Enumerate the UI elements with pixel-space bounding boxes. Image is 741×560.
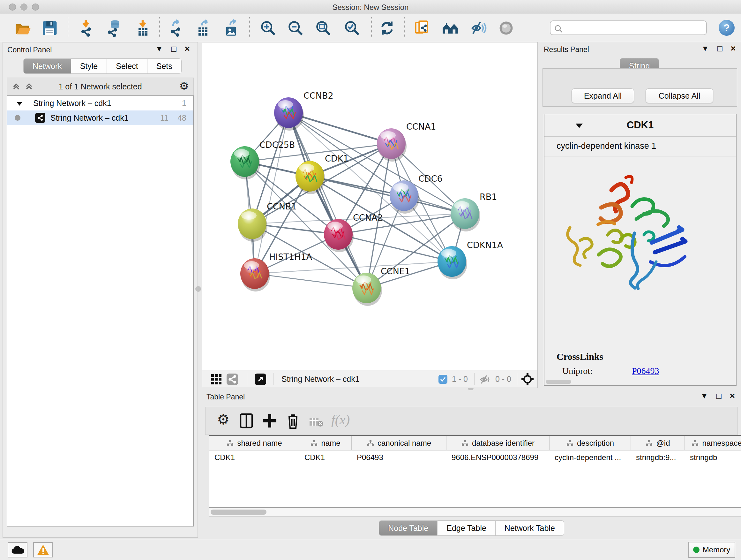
- network-node-CDC6[interactable]: CDC6: [390, 174, 443, 213]
- network-birdseye-icon[interactable]: [226, 374, 238, 385]
- close-panel-icon[interactable]: ×: [185, 45, 190, 53]
- network-node-CCNB1[interactable]: CCNB1: [238, 201, 297, 242]
- gray-lens-button[interactable]: [497, 19, 515, 37]
- left-splitter-handle[interactable]: [195, 286, 201, 292]
- double-house-icon: [441, 19, 459, 37]
- table-panel: Table Panel ▼ □ × ⚙ f(x) shared namename…: [202, 390, 741, 538]
- column-header-shared-name[interactable]: shared name: [209, 436, 299, 450]
- scrollbar-thumb[interactable]: [211, 509, 266, 515]
- table-options-gear-icon[interactable]: ⚙: [217, 414, 229, 425]
- network-row-selected[interactable]: String Network – cdk1 11 48: [7, 111, 193, 125]
- fit-selected-crosshair-icon[interactable]: [521, 373, 534, 386]
- network-options-gear-icon[interactable]: ⚙: [179, 80, 189, 91]
- crosslink-link[interactable]: P06493: [632, 384, 659, 386]
- main-toolbar: ?: [0, 14, 741, 42]
- edge-CCNB2-CCNA1[interactable]: [288, 113, 391, 144]
- column-header-database-identifier[interactable]: database identifier: [447, 436, 549, 450]
- open-session-button[interactable]: [14, 19, 32, 37]
- node-label-CDKN1A: CDKN1A: [467, 240, 503, 250]
- network-node-HIST1H1A[interactable]: HIST1H1A: [240, 252, 313, 292]
- delete-column-icon[interactable]: [286, 413, 300, 429]
- network-collection-row[interactable]: String Network – cdk1 1: [7, 96, 193, 111]
- column-header-id[interactable]: @id: [631, 436, 685, 450]
- network-node-CCNE1[interactable]: CCNE1: [352, 266, 410, 306]
- table-cell[interactable]: P06493: [352, 450, 447, 465]
- refresh-button[interactable]: [378, 19, 396, 37]
- table-cell[interactable]: cyclin-dependent ...: [549, 450, 631, 465]
- help-button[interactable]: ?: [719, 20, 735, 36]
- grid-view-icon[interactable]: [211, 374, 222, 385]
- warnings-button[interactable]: [33, 542, 53, 557]
- show-all-levels-button[interactable]: [441, 19, 459, 37]
- import-network-from-file-button[interactable]: [77, 19, 95, 37]
- tab-network-table[interactable]: Network Table: [495, 520, 564, 536]
- close-panel-icon[interactable]: ×: [731, 45, 736, 52]
- column-header-namespace[interactable]: namespace: [685, 436, 741, 450]
- table-cell[interactable]: stringdb:9...: [631, 450, 685, 465]
- float-panel-icon[interactable]: ▼: [700, 392, 708, 400]
- tab-edge-table[interactable]: Edge Table: [437, 520, 495, 536]
- tab-style[interactable]: Style: [71, 58, 107, 74]
- network-node-CCNB2[interactable]: CCNB2: [274, 91, 333, 131]
- table-horizontal-scrollbar[interactable]: [209, 508, 741, 516]
- network-canvas[interactable]: CCNB2CCNA1CDC25BCDK1CDC6RB1CCNB1CCNA2CDK…: [202, 43, 537, 370]
- expand-all-button[interactable]: Expand All: [571, 88, 634, 103]
- show-columns-icon[interactable]: [239, 413, 253, 429]
- memory-button[interactable]: Memory: [688, 542, 735, 558]
- tab-select[interactable]: Select: [107, 58, 147, 74]
- undock-panel-icon[interactable]: □: [718, 45, 723, 52]
- column-header-description[interactable]: description: [549, 436, 631, 450]
- crosslink-label: GeneCard:: [562, 384, 601, 386]
- tab-node-table[interactable]: Node Table: [379, 520, 437, 536]
- hide-selected-button[interactable]: [469, 19, 487, 37]
- collapse-all-button[interactable]: Collapse All: [646, 88, 713, 103]
- open-in-new-window-icon[interactable]: [255, 374, 266, 385]
- clone-network-button[interactable]: [413, 19, 431, 37]
- network-node-CCNA1[interactable]: CCNA1: [377, 122, 436, 162]
- delete-table-icon[interactable]: [309, 417, 324, 428]
- selected-checkbox-icon[interactable]: [439, 375, 448, 384]
- import-table-from-file-button[interactable]: [134, 19, 151, 37]
- edge-HIST1H1A-CCNE1[interactable]: [255, 273, 367, 288]
- undock-panel-icon[interactable]: □: [717, 392, 722, 400]
- table-row[interactable]: CDK1CDK1P064939606.ENSP00000378699cyclin…: [209, 450, 741, 465]
- zoom-fit-button[interactable]: [314, 19, 332, 37]
- add-column-icon[interactable]: [262, 413, 277, 429]
- export-table-to-file-button[interactable]: [194, 19, 212, 37]
- protein-header-row[interactable]: CDK1: [544, 114, 736, 137]
- export-network-to-file-button[interactable]: [167, 19, 185, 37]
- table-cell[interactable]: 9606.ENSP00000378699: [447, 450, 549, 465]
- export-image-button[interactable]: [222, 19, 240, 37]
- table-cell[interactable]: stringdb: [685, 450, 741, 465]
- tab-network[interactable]: Network: [23, 58, 71, 74]
- undock-panel-icon[interactable]: □: [172, 45, 177, 53]
- collapse-triangle-icon[interactable]: [16, 100, 23, 107]
- crosslinks-title: CrossLinks: [556, 351, 603, 362]
- results-scrollbar-fragment[interactable]: [546, 380, 571, 384]
- zoom-selected-icon: [343, 19, 361, 37]
- network-node-RB1[interactable]: RB1: [451, 192, 497, 232]
- tab-sets[interactable]: Sets: [147, 58, 182, 74]
- open-folder-icon: [14, 19, 32, 37]
- float-panel-icon[interactable]: ▼: [701, 45, 709, 52]
- close-panel-icon[interactable]: ×: [730, 392, 735, 400]
- column-header-canonical-name[interactable]: canonical name: [352, 436, 447, 450]
- save-session-button[interactable]: [41, 19, 59, 37]
- column-header-name[interactable]: name: [299, 436, 352, 450]
- cloud-status-button[interactable]: [8, 542, 27, 557]
- table-cell[interactable]: CDK1: [209, 450, 299, 465]
- function-builder-icon[interactable]: f(x): [331, 412, 350, 428]
- network-status-dot: [15, 115, 20, 121]
- import-network-from-database-button[interactable]: [105, 19, 122, 37]
- table-cell[interactable]: CDK1: [299, 450, 352, 465]
- float-panel-icon[interactable]: ▼: [155, 45, 163, 53]
- zoom-in-button[interactable]: [259, 19, 277, 37]
- zoom-selected-button[interactable]: [343, 19, 361, 37]
- crosslink-link[interactable]: P06493: [632, 366, 659, 376]
- zoom-out-button[interactable]: [286, 19, 305, 37]
- search-input[interactable]: [566, 22, 704, 33]
- hidden-eye-icon[interactable]: [479, 374, 491, 385]
- edge-CCNB2-HIST1H1A[interactable]: [255, 113, 288, 273]
- network-node-CDKN1A[interactable]: CDKN1A: [437, 240, 503, 279]
- search-icon: [554, 24, 563, 34]
